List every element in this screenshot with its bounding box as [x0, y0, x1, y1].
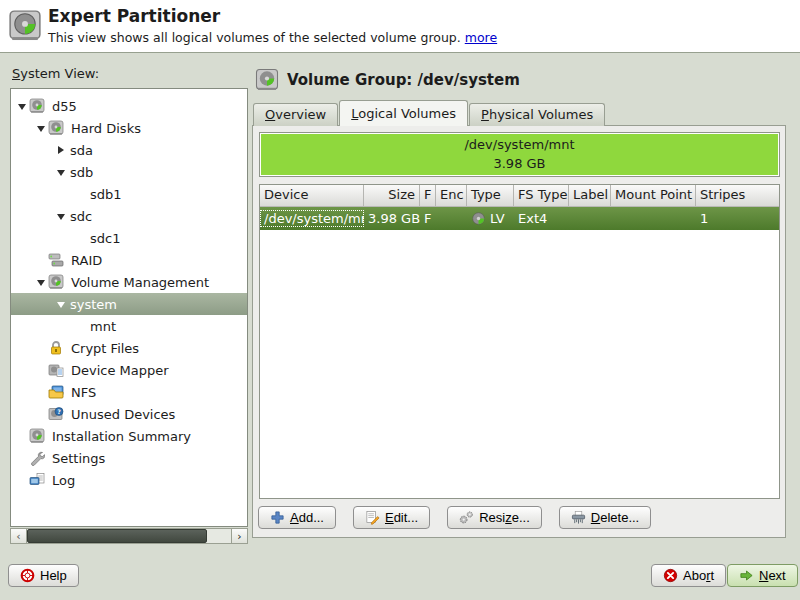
tree-item-label: d55 [50, 99, 77, 114]
lock-icon [48, 337, 69, 359]
disk-icon [29, 425, 50, 447]
add-button[interactable]: Add... [258, 506, 336, 529]
column-header-size[interactable]: Size [364, 185, 420, 206]
sidebar-item-installation-summary[interactable]: Installation Summary [11, 425, 247, 447]
sidebar-item-volume-management[interactable]: Volume Management [11, 271, 247, 293]
sidebar-item-sdc[interactable]: sdc [11, 205, 247, 227]
tree-item-label: NFS [69, 385, 96, 400]
logical-volumes-table: Device Size F Enc Type FS Type Label Mou… [259, 184, 780, 499]
next-button[interactable]: Next [727, 564, 798, 587]
table-header-row[interactable]: Device Size F Enc Type FS Type Label Mou… [260, 185, 779, 207]
expander-spacer [33, 249, 48, 271]
column-header-fs-type[interactable]: FS Type [514, 185, 569, 206]
scrollbar-thumb[interactable] [27, 529, 207, 543]
sidebar-item-d55[interactable]: d55 [11, 95, 247, 117]
dialog-header: Expert Partitioner This view shows all l… [0, 0, 800, 53]
expander-spacer [14, 469, 29, 491]
sidebar-item-sdb[interactable]: sdb [11, 161, 247, 183]
tree-item-label: Unused Devices [69, 407, 175, 422]
scroll-right-arrow-icon[interactable]: › [231, 528, 248, 544]
expander-spacer [73, 315, 88, 337]
sidebar-item-nfs[interactable]: NFS [11, 381, 247, 403]
sidebar-item-sdc1[interactable]: sdc1 [11, 227, 247, 249]
usage-bar: /dev/system/mnt 3.98 GB [261, 134, 778, 175]
expander-down-icon[interactable] [33, 271, 48, 293]
cell-enc [436, 218, 467, 220]
expander-spacer [73, 183, 88, 205]
tab-overview[interactable]: Overview [253, 103, 338, 126]
log-icon [29, 469, 50, 491]
expander-down-icon[interactable] [53, 161, 68, 183]
disk-icon [48, 271, 69, 293]
column-header-mount-point[interactable]: Mount Point [611, 185, 696, 206]
expander-down-icon[interactable] [33, 117, 48, 139]
sidebar-item-device-mapper[interactable]: Device Mapper [11, 359, 247, 381]
delete-shredder-icon [571, 510, 586, 525]
volume-group-title: Volume Group: /dev/system [287, 71, 520, 89]
sidebar-item-hard-disks[interactable]: Hard Disks [11, 117, 247, 139]
usage-bar-size: 3.98 GB [493, 155, 545, 174]
expander-down-icon[interactable] [14, 95, 29, 117]
sidebar-item-sda[interactable]: sda [11, 139, 247, 161]
tree-item-label: Log [50, 473, 75, 488]
column-header-enc[interactable]: Enc [436, 185, 467, 206]
tree-item-label: sdb [68, 165, 93, 180]
system-view-tree: d55 Hard Disks sda sdb sdb1 sdc sdc1 RAI… [10, 88, 248, 527]
sidebar-item-system-selected[interactable]: system [11, 293, 247, 315]
tab-physical-volumes[interactable]: Physical Volumes [469, 103, 605, 126]
edit-button[interactable]: Edit... [353, 506, 430, 529]
abort-button[interactable]: Abort [651, 564, 726, 587]
device-mapper-icon [48, 359, 69, 381]
scrollbar-track[interactable] [27, 528, 231, 544]
delete-button[interactable]: Delete... [559, 506, 651, 529]
help-lifebuoy-icon [20, 568, 35, 583]
add-plus-icon [270, 510, 285, 525]
resize-gears-icon [459, 510, 474, 525]
expander-spacer [33, 359, 48, 381]
tree-item-label: sda [68, 143, 93, 158]
table-row-selected[interactable]: /dev/system/mnt 3.98 GB F LV Ext4 1 [260, 207, 779, 230]
expander-down-icon[interactable] [53, 293, 68, 315]
sidebar-item-crypt-files[interactable]: Crypt Files [11, 337, 247, 359]
column-header-device[interactable]: Device [260, 185, 364, 206]
page-title: Expert Partitioner [48, 6, 220, 26]
table-action-buttons: Add... Edit... Resize... Delete... [258, 506, 651, 529]
nfs-folder-icon [48, 381, 69, 403]
column-header-stripes[interactable]: Stripes [696, 185, 779, 206]
next-arrow-icon [739, 568, 754, 583]
cell-type: LV [467, 210, 514, 227]
column-header-f[interactable]: F [420, 185, 436, 206]
cell-stripes: 1 [696, 210, 779, 227]
sidebar-item-mnt[interactable]: mnt [11, 315, 247, 337]
more-link[interactable]: more [465, 30, 497, 45]
lv-disk-icon [471, 211, 486, 226]
sidebar-item-raid[interactable]: RAID [11, 249, 247, 271]
usage-bar-frame: /dev/system/mnt 3.98 GB [259, 132, 780, 177]
scroll-left-arrow-icon[interactable]: ‹ [10, 528, 27, 544]
resize-button[interactable]: Resize... [447, 506, 542, 529]
expander-spacer [33, 381, 48, 403]
expander-spacer [33, 337, 48, 359]
sidebar-item-unused-devices[interactable]: ? Unused Devices [11, 403, 247, 425]
column-header-label[interactable]: Label [569, 185, 611, 206]
sidebar-item-settings[interactable]: Settings [11, 447, 247, 469]
cell-f: F [420, 210, 436, 227]
partitioner-disk-icon [8, 9, 42, 43]
tree-item-label: Installation Summary [50, 429, 191, 444]
expert-partitioner-window: { "header": { "title": "Expert Partition… [0, 0, 800, 600]
expander-spacer [14, 447, 29, 469]
expander-right-icon[interactable] [53, 139, 68, 161]
tree-item-label: sdc1 [88, 231, 120, 246]
cell-device: /dev/system/mnt [260, 210, 364, 227]
sidebar-item-sdb1[interactable]: sdb1 [11, 183, 247, 205]
volume-group-disk-icon [255, 68, 279, 92]
sidebar-item-log[interactable]: Log [11, 469, 247, 491]
expander-down-icon[interactable] [53, 205, 68, 227]
tree-item-label: Volume Management [69, 275, 209, 290]
expander-spacer [73, 227, 88, 249]
tab-logical-volumes[interactable]: Logical Volumes [339, 100, 468, 126]
sidebar-horizontal-scrollbar[interactable]: ‹ › [10, 528, 248, 544]
help-button[interactable]: Help [8, 564, 79, 587]
column-header-type[interactable]: Type [467, 185, 514, 206]
cell-fs-type: Ext4 [514, 210, 569, 227]
